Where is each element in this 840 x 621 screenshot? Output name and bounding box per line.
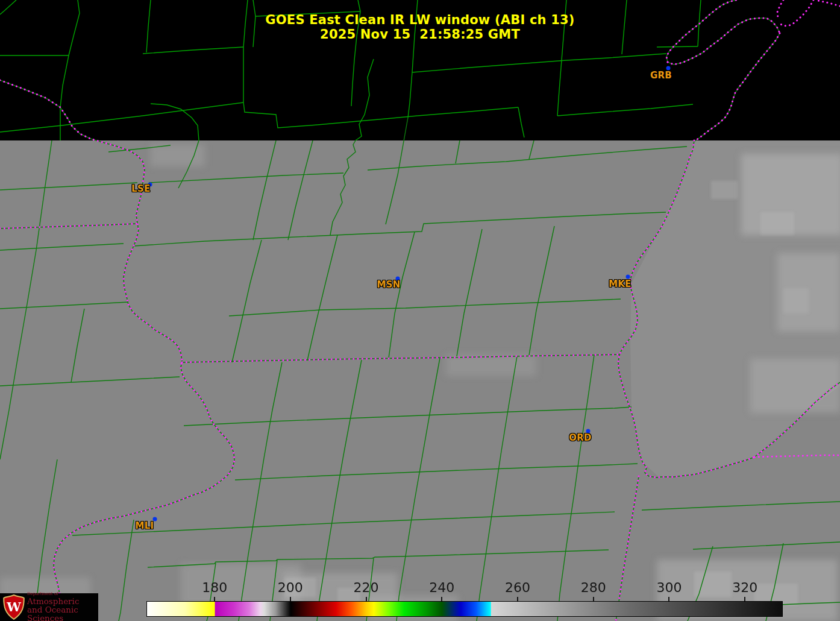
satellite-image-viewport: GOES East Clean IR LW window (ABI ch 13)… (0, 0, 840, 621)
logo-text: Department of Atmospheric and Oceanic Sc… (27, 592, 98, 621)
colorbar-tick-220 (366, 597, 367, 601)
logo-line1: Atmospheric (27, 597, 98, 605)
product-title: GOES East Clean IR LW window (ABI ch 13) (0, 13, 840, 27)
institution-logo: W Department of Atmospheric and Oceanic … (0, 593, 98, 621)
colorbar-tick-200 (290, 597, 291, 601)
colorbar-tick-label-320: 320 (715, 580, 775, 595)
station-label-LSE: LSE (131, 183, 151, 194)
colorbar-tick-260 (517, 597, 518, 601)
colorbar-tick-300 (668, 597, 669, 601)
colorbar-tick-240 (441, 597, 442, 601)
colorbar-tick-label-280: 280 (563, 580, 624, 595)
colorbar-tick-label-180: 180 (184, 580, 245, 595)
station-label-MKE: MKE (609, 279, 632, 289)
colorbar-tick-180 (214, 597, 215, 601)
logo-department-label: Department of (27, 592, 98, 596)
uw-crest-icon: W (2, 594, 25, 620)
product-timestamp: 2025 Nov 15 21:58:25 GMT (0, 27, 840, 42)
colorbar-tick-label-260: 260 (487, 580, 548, 595)
station-label-MSN: MSN (377, 279, 400, 290)
colorbar (146, 601, 783, 617)
station-label-MLI: MLI (136, 520, 154, 531)
logo-line2: and Oceanic Sciences (27, 605, 98, 621)
colorbar-tick-label-300: 300 (639, 580, 699, 595)
colorbar-tick-280 (593, 597, 594, 601)
colorbar-tick-320 (744, 597, 745, 601)
crest-letter: W (6, 599, 21, 614)
station-label-ORD: ORD (569, 432, 592, 443)
map-overlay (0, 0, 840, 621)
colorbar-tick-label-220: 220 (336, 580, 396, 595)
colorbar-tick-label-240: 240 (412, 580, 472, 595)
station-label-GRB: GRB (650, 70, 672, 81)
colorbar-tick-label-200: 200 (260, 580, 321, 595)
